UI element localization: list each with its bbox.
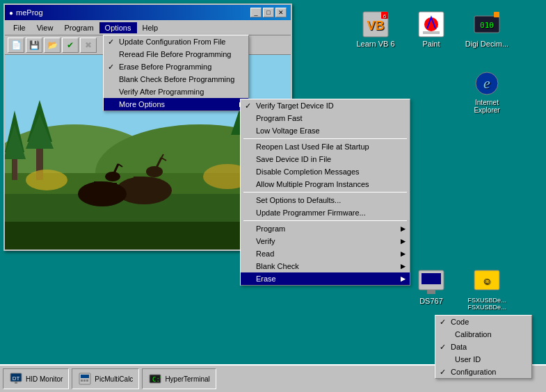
option-update-config[interactable]: Update Configuration From File — [104, 35, 248, 48]
title-bar-buttons: _ □ ✕ — [250, 8, 287, 17]
svg-text:☺: ☺ — [482, 275, 492, 286]
more-disable-completion[interactable]: Disable Completion Messages — [241, 165, 410, 178]
svg-rect-32 — [151, 179, 160, 194]
taskbar-hyper-terminal[interactable]: C:\ HyperTerminal — [142, 368, 216, 389]
digideci-icon: 010 — [473, 10, 501, 38]
title-bar-title: ● meProg — [9, 8, 43, 17]
option-more-options[interactable]: More Options ▶ — [104, 98, 248, 111]
svg-text:6: 6 — [383, 13, 387, 19]
svg-rect-9 — [494, 12, 499, 17]
hyper-terminal-icon: C:\ — [148, 372, 162, 386]
digideci-label: Digi Decim... — [465, 40, 508, 48]
paint-label: Paint — [422, 40, 440, 48]
close-button[interactable]: ✕ — [275, 8, 287, 17]
more-read-sub[interactable]: Read ▶ — [241, 247, 410, 260]
menu-view[interactable]: View — [31, 22, 59, 33]
desktop-icon-ie[interactable]: e InternetExplorer — [463, 70, 511, 114]
option-erase-before[interactable]: Erase Before Programming — [104, 60, 248, 73]
svg-rect-14 — [427, 290, 435, 294]
more-erase-sub[interactable]: Erase ▶ — [241, 272, 410, 285]
erase-code[interactable]: Code — [435, 316, 531, 328]
title-bar: ● meProg _ □ ✕ — [5, 5, 291, 20]
svg-rect-52 — [81, 379, 83, 382]
maximize-button[interactable]: □ — [263, 8, 274, 17]
erase-calibration[interactable]: Calibration — [435, 328, 531, 341]
read-sub-arrow: ▶ — [401, 250, 406, 257]
svg-rect-39 — [109, 183, 117, 197]
svg-point-33 — [146, 166, 163, 177]
minimize-button[interactable]: _ — [250, 8, 262, 17]
desktop-icon-digideci[interactable]: 010 Digi Decim... — [463, 10, 511, 48]
toolbar-new[interactable]: 📄 — [8, 38, 24, 53]
svg-text:DT: DT — [13, 375, 20, 382]
menu-file[interactable]: File — [8, 22, 31, 33]
paint-icon — [417, 10, 445, 38]
menu-help[interactable]: Help — [137, 22, 164, 33]
separator-2 — [243, 192, 407, 193]
blank-check-sub-arrow: ▶ — [401, 263, 406, 270]
svg-rect-49 — [15, 382, 17, 384]
more-verify-target[interactable]: Verify Target Device ID — [241, 99, 410, 112]
svg-rect-13 — [421, 273, 441, 284]
desktop-icon-esxusb[interactable]: ☺ FSXUSBDe... FSXUSBDe... — [463, 268, 511, 311]
taskbar-hid-monitor[interactable]: DT HID Monitor — [3, 368, 69, 389]
ie-label: InternetExplorer — [474, 99, 499, 114]
svg-rect-31 — [134, 177, 144, 194]
menu-options[interactable]: Options — [99, 22, 137, 33]
svg-rect-54 — [86, 379, 88, 382]
more-save-device-id[interactable]: Save Device ID in File — [241, 153, 410, 165]
more-update-firmware[interactable]: Update Programmer Firmware... — [241, 206, 410, 219]
more-allow-multiple[interactable]: Allow Multiple Program Instances — [241, 178, 410, 190]
ds767-label: DS767 — [419, 297, 443, 305]
more-verify-sub[interactable]: Verify ▶ — [241, 235, 410, 247]
svg-point-40 — [105, 172, 120, 181]
separator-3 — [243, 220, 407, 221]
taskbar-pic-multi-calc[interactable]: PicMultiCalc — [72, 368, 139, 389]
more-options-dropdown: Verify Target Device ID Program Fast Low… — [240, 99, 410, 286]
erase-dropdown: Code Calibration Data User ID Configurat… — [435, 315, 532, 379]
svg-rect-53 — [83, 379, 86, 382]
pic-multi-calc-icon — [78, 372, 92, 386]
desktop-icon-learnvb[interactable]: VB 6 Learn VB 6 — [351, 10, 400, 48]
desktop: VB 6 Learn VB 6 Paint 010 Digi Deci — [0, 0, 546, 392]
ie-icon: e — [473, 70, 501, 97]
svg-rect-38 — [94, 181, 102, 197]
learnvb-label: Learn VB 6 — [356, 40, 394, 48]
learnvb-icon: VB 6 — [362, 10, 390, 38]
svg-text:C:\: C:\ — [152, 376, 161, 383]
svg-rect-6 — [423, 31, 440, 34]
svg-text:010: 010 — [480, 21, 494, 30]
erase-user-id[interactable]: User ID — [435, 353, 531, 366]
menu-bar: File View Program Options Help — [5, 20, 291, 35]
more-reopen-last[interactable]: Reopen Last Used File at Startup — [241, 140, 410, 153]
svg-text:e: e — [483, 74, 490, 92]
more-program-sub[interactable]: Program ▶ — [241, 222, 410, 235]
toolbar-open[interactable]: 📂 — [44, 38, 61, 53]
svg-point-5 — [424, 17, 438, 31]
more-low-voltage[interactable]: Low Voltage Erase — [241, 124, 410, 137]
toolbar-clear[interactable]: ✖ — [80, 38, 97, 53]
more-program-fast[interactable]: Program Fast — [241, 112, 410, 124]
toolbar-check[interactable]: ✔ — [62, 38, 79, 53]
menu-program[interactable]: Program — [58, 22, 99, 33]
esxusb-icon: ☺ — [473, 268, 501, 295]
erase-data[interactable]: Data — [435, 341, 531, 353]
svg-rect-51 — [81, 375, 89, 378]
erase-configuration[interactable]: Configuration — [435, 366, 531, 378]
program-sub-arrow: ▶ — [401, 225, 406, 232]
desktop-icon-paint[interactable]: Paint — [407, 10, 456, 48]
separator-1 — [243, 138, 407, 139]
verify-sub-arrow: ▶ — [401, 238, 406, 245]
ds767-icon — [417, 268, 445, 295]
esxusb-label: FSXUSBDe... — [467, 297, 506, 304]
option-verify-after[interactable]: Verify After Programming — [104, 85, 248, 98]
erase-sub-arrow: ▶ — [401, 275, 406, 282]
toolbar-save[interactable]: 💾 — [26, 38, 42, 53]
more-blank-check-sub[interactable]: Blank Check ▶ — [241, 260, 410, 272]
option-reread-file[interactable]: Reread File Before Programming — [104, 48, 248, 60]
hid-monitor-icon: DT — [9, 372, 23, 386]
option-blank-check[interactable]: Blank Check Before Programming — [104, 73, 248, 85]
more-set-defaults[interactable]: Set Options to Defaults... — [241, 194, 410, 206]
window-icon: ● — [9, 9, 13, 17]
desktop-icon-ds767[interactable]: DS767 — [407, 268, 456, 305]
